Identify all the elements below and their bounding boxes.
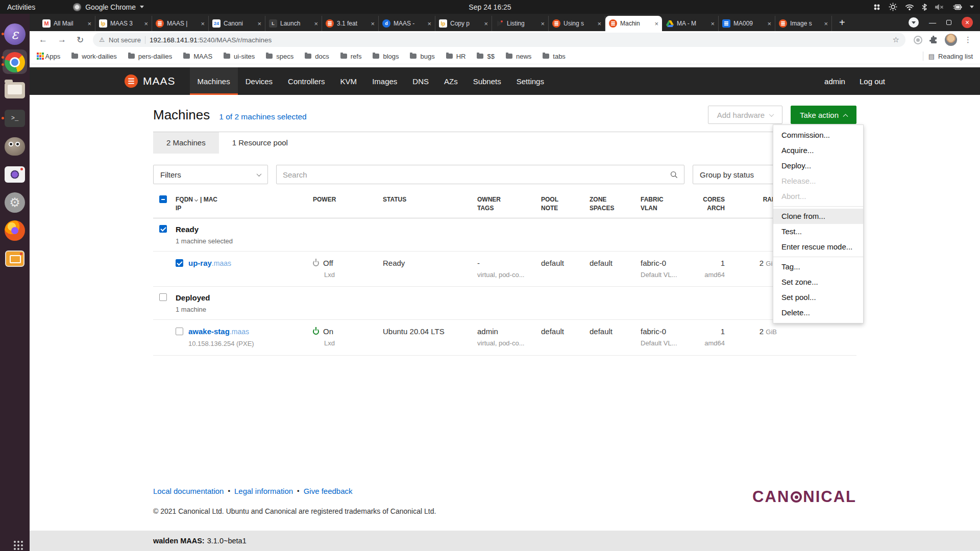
add-hardware-button[interactable]: Add hardware — [708, 106, 782, 124]
machine-row-awake-stag[interactable]: awake-stag.maas 10.158.136.254 (PXE) On … — [153, 320, 856, 356]
clock[interactable]: Sep 24 16:25 — [0, 3, 980, 11]
nav-devices[interactable]: Devices — [238, 67, 280, 95]
selection-summary-link[interactable]: 1 of 2 machines selected — [219, 112, 306, 121]
bookmark-folder-maas[interactable]: MAAS — [183, 53, 212, 60]
user-menu[interactable]: admin — [824, 77, 845, 86]
new-tab-button[interactable]: + — [832, 17, 852, 29]
security-label[interactable]: Not secure — [109, 36, 141, 44]
tab-ma009[interactable]: MA009× — [719, 16, 775, 31]
bookmark-folder-money[interactable]: $$ — [477, 53, 494, 60]
minimize-button[interactable]: — — [929, 18, 936, 27]
avatar[interactable] — [945, 34, 957, 46]
dock-item-gimp[interactable] — [0, 132, 30, 160]
extensions-icon[interactable] — [929, 36, 938, 44]
nav-kvm[interactable]: KVM — [333, 67, 365, 95]
menu-item-deploy[interactable]: Deploy... — [773, 158, 863, 173]
menu-item-acquire[interactable]: Acquire... — [773, 143, 863, 158]
nav-azs[interactable]: AZs — [436, 67, 465, 95]
column-zone[interactable]: ZONESPACES — [590, 195, 641, 213]
bookmark-star-icon[interactable]: ☆ — [893, 35, 899, 44]
system-tray[interactable] — [873, 3, 980, 11]
tab-31-features[interactable]: 3.1 feat× — [322, 16, 379, 31]
nav-subnets[interactable]: Subnets — [465, 67, 509, 95]
bookmark-folder-news[interactable]: news — [506, 53, 531, 60]
show-applications-icon[interactable] — [14, 541, 16, 543]
tab-drive[interactable]: MA - M× — [662, 16, 719, 31]
column-owner[interactable]: OWNERTAGS — [477, 195, 541, 213]
column-pool[interactable]: POOLNOTE — [541, 195, 590, 213]
tab-resource-pool[interactable]: 1 Resource pool — [219, 132, 301, 154]
tab-canonical[interactable]: 24Canoni× — [209, 16, 265, 31]
dock-item-chrome[interactable] — [0, 48, 30, 76]
dock-item-settings[interactable]: ⚙ — [0, 188, 30, 216]
nav-controllers[interactable]: Controllers — [280, 67, 333, 95]
bookmark-folder-bugs[interactable]: bugs — [410, 53, 434, 60]
tab-maas-3[interactable]: lpMAAS 3× — [95, 16, 152, 31]
tab-search-button[interactable] — [909, 17, 919, 28]
nav-images[interactable]: Images — [364, 67, 405, 95]
close-icon[interactable]: × — [314, 20, 318, 28]
machine-link[interactable]: awake-stag.maas — [188, 327, 249, 336]
tab-machines-list[interactable]: 2 Machines — [153, 132, 219, 154]
select-all-checkbox[interactable] — [159, 195, 167, 203]
bookmark-folder-pers-dailies[interactable]: pers-dailies — [128, 53, 172, 60]
bookmark-folder-blogs[interactable]: blogs — [373, 53, 399, 60]
close-icon[interactable]: × — [824, 20, 828, 28]
menu-item-set-pool[interactable]: Set pool... — [773, 290, 863, 305]
column-ram[interactable]: RAM — [725, 195, 777, 213]
row-checkbox[interactable] — [176, 259, 183, 267]
group-checkbox[interactable] — [159, 225, 167, 233]
profile-sync-icon[interactable] — [914, 36, 922, 44]
link-legal-information[interactable]: Legal information — [234, 487, 293, 495]
bookmark-folder-refs[interactable]: refs — [340, 53, 362, 60]
link-local-documentation[interactable]: Local documentation — [153, 487, 224, 495]
menu-item-clone-from[interactable]: Clone from... — [773, 209, 863, 224]
restore-button[interactable] — [946, 20, 951, 25]
machine-row-up-ray[interactable]: up-ray.maas Off Lxd Ready -virtual, pod-… — [153, 252, 856, 287]
column-cores[interactable]: CORESARCH — [699, 195, 725, 213]
column-fabric[interactable]: FABRICVLAN — [641, 195, 699, 213]
tab-launchpad[interactable]: LLaunch× — [265, 16, 322, 31]
close-icon[interactable]: × — [201, 20, 205, 28]
tab-images[interactable]: Image s× — [775, 16, 832, 31]
tab-listing[interactable]: Listing× — [492, 16, 549, 31]
close-icon[interactable]: × — [87, 20, 91, 28]
menu-item-commission[interactable]: Commission... — [773, 128, 863, 143]
column-fqdn[interactable]: FQDN| MACIP — [176, 195, 306, 213]
menu-item-enter-rescue-mode[interactable]: Enter rescue mode... — [773, 239, 863, 255]
logout-button[interactable]: Log out — [860, 77, 885, 86]
bookmark-folder-tabs[interactable]: tabs — [543, 53, 566, 60]
machine-link[interactable]: up-ray.maas — [188, 259, 231, 267]
reading-list-button[interactable]: ▤Reading list — [928, 53, 973, 60]
nav-settings[interactable]: Settings — [509, 67, 552, 95]
tab-maas[interactable]: MAAS |× — [152, 16, 209, 31]
close-icon[interactable]: × — [371, 20, 375, 28]
close-icon[interactable]: × — [144, 20, 148, 28]
tab-all-mail[interactable]: MAll Mail× — [39, 16, 95, 31]
column-power[interactable]: POWER — [306, 195, 383, 213]
row-checkbox[interactable] — [176, 328, 183, 335]
close-icon[interactable]: × — [597, 20, 601, 28]
nav-machines[interactable]: Machines — [190, 67, 238, 95]
search-input[interactable] — [283, 170, 670, 179]
browser-menu-icon[interactable]: ⋮ — [964, 35, 972, 44]
bookmark-folder-hr[interactable]: HR — [446, 53, 466, 60]
tab-machines-active[interactable]: Machin× — [605, 16, 662, 31]
bookmark-apps[interactable]: Apps — [37, 53, 60, 60]
dock-item-terminal[interactable]: >_ — [0, 104, 30, 132]
tab-maas-discourse[interactable]: dMAAS -× — [379, 16, 435, 31]
take-action-button[interactable]: Take action — [791, 106, 856, 124]
bookmark-folder-specs[interactable]: specs — [266, 53, 293, 60]
menu-item-delete[interactable]: Delete... — [773, 305, 863, 320]
bookmark-folder-ui-sites[interactable]: ui-sites — [224, 53, 255, 60]
close-icon[interactable]: × — [767, 20, 771, 28]
dock-item-screenshot[interactable] — [0, 244, 30, 272]
tab-using[interactable]: Using s× — [549, 16, 605, 31]
tab-copy[interactable]: lpCopy p× — [435, 16, 492, 31]
bookmark-folder-docs[interactable]: docs — [305, 53, 329, 60]
close-icon[interactable]: × — [541, 20, 545, 28]
link-give-feedback[interactable]: Give feedback — [304, 487, 353, 495]
dock-item-camera[interactable] — [0, 160, 30, 188]
menu-item-set-zone[interactable]: Set zone... — [773, 274, 863, 290]
bookmark-folder-work-dailies[interactable]: work-dailies — [71, 53, 117, 60]
